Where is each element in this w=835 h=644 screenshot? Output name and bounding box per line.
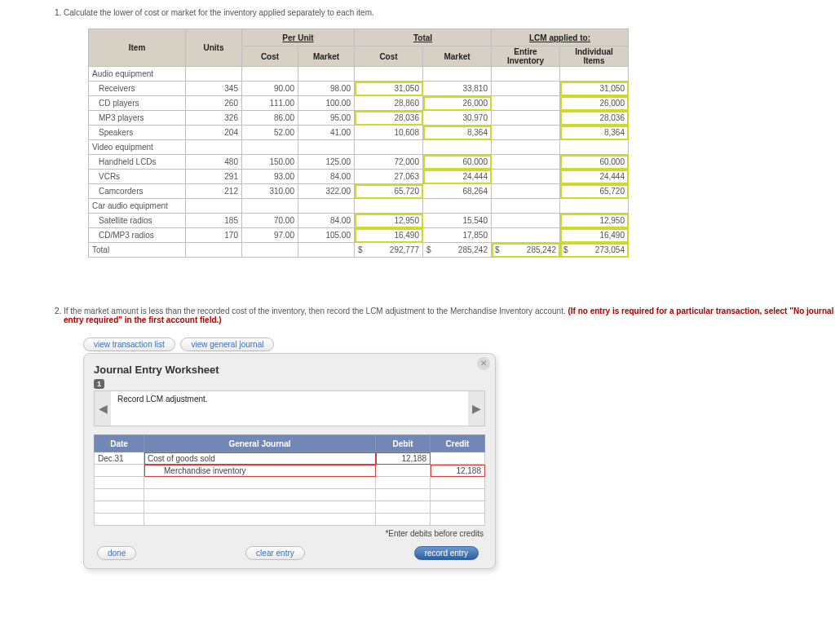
record-description-box: ◀ Record LCM adjustment. ▶ <box>94 390 485 426</box>
gj-row[interactable]: Dec.31 Cost of goods sold 12,188 <box>95 452 485 465</box>
view-general-journal-button[interactable]: view general journal <box>180 337 274 351</box>
section-video: Video equipment <box>89 140 629 155</box>
row-total: Total $292,777 $285,242 $285,242 $273,05… <box>89 243 629 258</box>
clear-entry-button[interactable]: clear entry <box>245 546 305 560</box>
debits-first-note: *Enter debits before credits <box>94 529 484 538</box>
gj-hdr-credit: Credit <box>431 435 485 452</box>
gj-account[interactable]: Cost of goods sold <box>144 452 376 465</box>
record-description: Record LCM adjustment. <box>111 391 468 426</box>
next-arrow-icon[interactable]: ▶ <box>468 391 484 426</box>
hdr-tcost: Cost <box>355 46 423 67</box>
row-satellite: Satellite radios18570.0084.0012,95015,54… <box>89 214 629 228</box>
gj-hdr-gj: General Journal <box>144 435 376 452</box>
prev-arrow-icon[interactable]: ◀ <box>95 391 111 426</box>
section-audio: Audio equipment <box>89 67 629 82</box>
close-icon[interactable]: ✕ <box>477 357 490 370</box>
hdr-indiv: Individual Items <box>560 46 629 67</box>
gj-row[interactable] <box>95 501 485 514</box>
gj-account[interactable]: Merchandise inventory <box>144 465 376 477</box>
hdr-item: Item <box>89 29 186 67</box>
gj-credit[interactable] <box>431 452 485 465</box>
hdr-total: Total <box>355 29 492 46</box>
hdr-cost: Cost <box>242 46 298 67</box>
record-entry-button[interactable]: record entry <box>414 546 479 560</box>
gj-debit[interactable]: 12,188 <box>376 452 431 465</box>
hdr-entire: Entire Inventory <box>492 46 560 67</box>
hdr-perunit: Per Unit <box>242 29 355 46</box>
journal-entry-panel: ✕ Journal Entry Worksheet 1 ◀ Record LCM… <box>83 353 496 569</box>
inventory-table: Item Units Per Unit Total LCM applied to… <box>88 29 629 258</box>
step-badge[interactable]: 1 <box>94 379 104 389</box>
gj-row[interactable] <box>95 514 485 526</box>
done-button[interactable]: done <box>97 546 136 560</box>
row-mp3: MP3 players32686.0095.0028,03630,97028,0… <box>89 111 629 126</box>
row-lcds: Handheld LCDs480150.00125.0072,00060,000… <box>89 155 629 170</box>
gj-credit[interactable]: 12,188 <box>431 465 485 477</box>
gj-hdr-date: Date <box>95 435 144 452</box>
gj-hdr-debit: Debit <box>376 435 431 452</box>
hdr-units: Units <box>186 29 242 67</box>
row-speakers: Speakers20452.0041.0010,6088,3648,364 <box>89 126 629 140</box>
row-receivers: Receivers34590.0098.0031,05033,81031,050 <box>89 82 629 96</box>
general-journal-table: Date General Journal Debit Credit Dec.31… <box>94 434 485 526</box>
section-car: Car audio equipment <box>89 199 629 214</box>
gj-date[interactable] <box>95 465 144 477</box>
gj-date[interactable]: Dec.31 <box>95 452 144 465</box>
row-camcorders: Camcorders212310.00322.0065,72068,26465,… <box>89 184 629 199</box>
hdr-market: Market <box>298 46 355 67</box>
gj-row[interactable] <box>95 489 485 501</box>
row-cdplayers: CD players260111.00100.0028,86026,00026,… <box>89 96 629 111</box>
q2-prompt: If the market amount is less than the re… <box>64 307 568 315</box>
view-transaction-list-button[interactable]: view transaction list <box>83 337 175 351</box>
gj-debit[interactable] <box>376 465 431 477</box>
gj-row[interactable]: Merchandise inventory 12,188 <box>95 465 485 477</box>
row-cdmp3: CD/MP3 radios17097.00105.0016,49017,8501… <box>89 228 629 243</box>
gj-row[interactable] <box>95 477 485 489</box>
q1-prompt: Calculate the lower of cost or market fo… <box>64 8 374 17</box>
row-vcrs: VCRs29193.0084.0027,06324,44424,444 <box>89 170 629 184</box>
panel-title: Journal Entry Worksheet <box>94 364 485 376</box>
hdr-lcm: LCM applied to: <box>492 29 629 46</box>
hdr-tmarket: Market <box>423 46 492 67</box>
